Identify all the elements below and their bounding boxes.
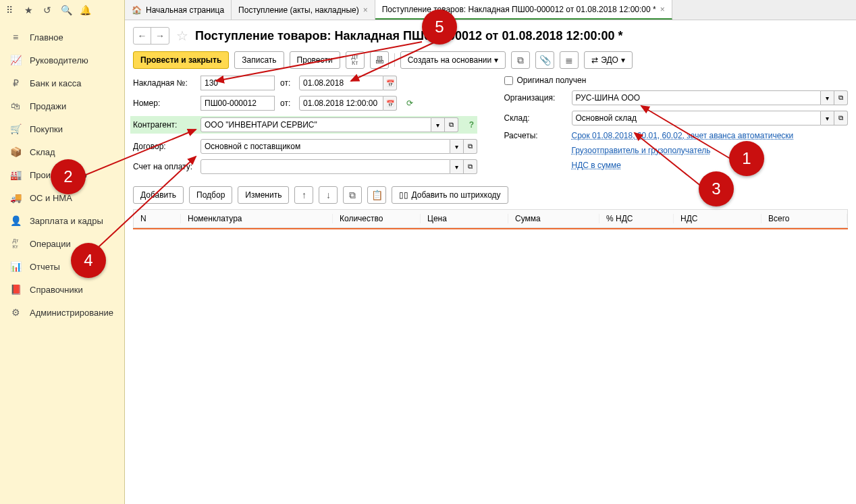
contractor-label: Контрагент:	[133, 120, 195, 130]
apps-icon[interactable]: ⠿	[3, 4, 16, 16]
help-icon[interactable]: ?	[466, 117, 477, 132]
from-label-2: от:	[280, 99, 294, 108]
tab-home[interactable]: 🏠 Начальная страница	[125, 0, 232, 20]
open-icon[interactable]: ⧉	[464, 139, 477, 154]
annotation-1: 1	[729, 141, 764, 176]
col-price[interactable]: Цена	[421, 214, 508, 223]
add-row-button[interactable]: Добавить	[133, 186, 184, 204]
col-vat-pct[interactable]: % НДС	[599, 214, 674, 223]
chevron-down-icon[interactable]: ▾	[821, 90, 834, 105]
select-button[interactable]: Подбор	[189, 186, 232, 204]
org-input[interactable]	[572, 90, 822, 105]
create-based-button[interactable]: Создать на основании ▾	[400, 51, 506, 69]
col-qty[interactable]: Количество	[333, 214, 421, 223]
post-and-close-button[interactable]: Провести и закрыть	[133, 51, 229, 69]
sidebar-item-label: Отчеты	[30, 262, 60, 272]
tab-receipt-doc[interactable]: Поступление товаров: Накладная ПШ00-0000…	[375, 0, 672, 20]
form-area: Накладная №: от: 📅 Номер: от:	[125, 76, 856, 229]
open-icon[interactable]: ⧉	[834, 111, 848, 125]
invoice-no-label: Накладная №:	[133, 78, 195, 88]
original-checkbox[interactable]	[504, 76, 513, 85]
contract-input[interactable]	[200, 139, 450, 154]
tab-receipts-list[interactable]: Поступление (акты, накладные) ×	[232, 0, 375, 20]
grid-header: N Номенклатура Количество Цена Сумма % Н…	[133, 209, 848, 228]
grid-empty-line	[133, 228, 848, 229]
list-button[interactable]: ≣	[560, 51, 579, 69]
annotation-5: 5	[422, 9, 457, 45]
truck-icon: 🚚	[9, 192, 22, 204]
invoice-date-input[interactable]	[299, 76, 383, 90]
search-icon[interactable]: 🔍	[60, 4, 72, 16]
number-input[interactable]	[200, 96, 275, 111]
move-down-button[interactable]: ↓	[319, 186, 338, 204]
related-button[interactable]: ⧉	[511, 51, 530, 69]
post-button[interactable]: Провести	[290, 51, 340, 69]
sidebar-item-bank[interactable]: ₽Банк и касса	[0, 72, 124, 94]
open-icon[interactable]: ⧉	[834, 90, 848, 105]
number-row: Номер: от: 📅 ⟳	[133, 96, 477, 111]
contract-label: Договор:	[133, 142, 195, 151]
sidebar-item-manager[interactable]: 📈Руководителю	[0, 49, 124, 72]
open-icon[interactable]: ⧉	[464, 159, 477, 174]
close-icon[interactable]: ×	[363, 5, 368, 15]
factory-icon: 🏭	[9, 169, 22, 181]
copy-button[interactable]: ⧉	[343, 186, 362, 204]
col-total[interactable]: Всего	[761, 214, 847, 223]
calc-link[interactable]: Срок 01.08.2018, 60.01, 60.02, зачет ава…	[572, 131, 794, 140]
calendar-icon[interactable]: 📅	[383, 96, 397, 111]
btn-label: ЭДО	[601, 55, 618, 65]
shipper-link[interactable]: Грузоотправитель и грузополучатель	[572, 146, 711, 155]
doc-date-input[interactable]	[299, 96, 383, 111]
invoice-no-input[interactable]	[200, 76, 275, 90]
col-sum[interactable]: Сумма	[508, 214, 599, 223]
home-icon: 🏠	[132, 5, 142, 15]
main-area: 🏠 Начальная страница Поступление (акты, …	[125, 0, 856, 504]
original-checkbox-label[interactable]: Оригинал получен	[504, 76, 587, 85]
dtkt-button[interactable]: ДтКт	[346, 51, 365, 69]
sidebar-item-main[interactable]: ≡Главное	[0, 26, 124, 49]
shipper-row: Грузоотправитель и грузополучатель	[504, 146, 849, 155]
contractor-input[interactable]	[200, 117, 431, 132]
chevron-down-icon[interactable]: ▾	[450, 139, 464, 154]
favorite-star-icon[interactable]: ☆	[176, 28, 188, 44]
back-button[interactable]: ←	[134, 28, 151, 44]
invoice-pay-input[interactable]	[200, 159, 450, 174]
warehouse-row: Склад: ▾ ⧉	[504, 111, 849, 125]
invoice-date-group: 📅	[299, 76, 397, 90]
star-icon[interactable]: ★	[22, 4, 34, 16]
sidebar-item-refs[interactable]: 📕Справочники	[0, 278, 124, 301]
chevron-down-icon[interactable]: ▾	[450, 159, 464, 174]
add-barcode-button[interactable]: ▯▯ Добавить по штрихкоду	[392, 186, 508, 204]
col-n[interactable]: N	[134, 214, 181, 223]
number-label: Номер:	[133, 99, 195, 108]
save-button[interactable]: Записать	[234, 51, 284, 69]
attach-button[interactable]: 📎	[535, 51, 554, 69]
chevron-down-icon[interactable]: ▾	[431, 117, 445, 132]
sidebar-item-purchases[interactable]: 🛒Покупки	[0, 117, 124, 140]
edo-button[interactable]: ⇄ ЭДО ▾	[584, 51, 633, 69]
close-icon[interactable]: ×	[660, 5, 665, 14]
warehouse-input[interactable]	[572, 111, 822, 125]
col-nomenclature[interactable]: Номенклатура	[181, 214, 333, 223]
sidebar-item-label: Банк и касса	[30, 78, 82, 88]
sidebar-item-hr[interactable]: 👤Зарплата и кадры	[0, 209, 124, 232]
btn-label: Создать на основании	[408, 55, 492, 65]
forward-button[interactable]: →	[151, 28, 169, 44]
vat-link[interactable]: НДС в сумме	[572, 161, 622, 170]
sidebar-top-toolbar: ⠿ ★ ↺ 🔍 🔔	[0, 0, 124, 20]
sidebar-item-admin[interactable]: ⚙Администрирование	[0, 301, 124, 324]
calendar-icon[interactable]: 📅	[383, 76, 397, 90]
bag-icon: 🛍	[9, 100, 22, 112]
open-icon[interactable]: ⧉	[445, 117, 458, 132]
move-up-button[interactable]: ↑	[294, 186, 313, 204]
bell-icon[interactable]: 🔔	[79, 4, 91, 16]
sidebar-item-sales[interactable]: 🛍Продажи	[0, 94, 124, 117]
dtkt-icon: ДтКт	[9, 237, 22, 250]
history-icon[interactable]: ↺	[41, 4, 53, 16]
print-button[interactable]: 🖶	[370, 51, 389, 69]
change-button[interactable]: Изменить	[238, 186, 289, 204]
paste-button[interactable]: 📋	[367, 186, 386, 204]
refresh-icon[interactable]: ⟳	[406, 99, 413, 108]
chevron-down-icon[interactable]: ▾	[821, 111, 834, 125]
col-vat[interactable]: НДС	[674, 214, 761, 223]
